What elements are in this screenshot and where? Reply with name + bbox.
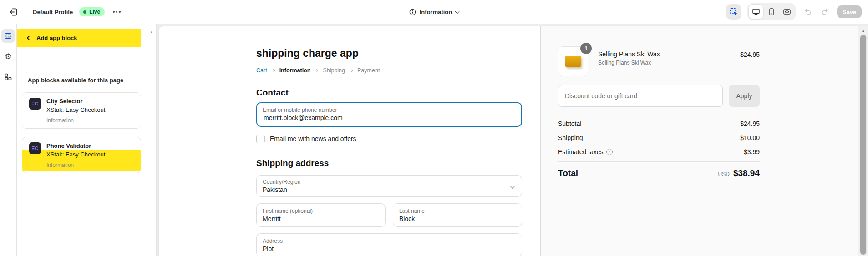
breadcrumb: Cart Information Shipping Payment <box>256 67 522 74</box>
product-image <box>565 56 581 67</box>
gear-icon: ⚙ <box>5 53 11 60</box>
country-value: Pakistan <box>263 186 516 194</box>
profile-name: Default Profile <box>33 9 73 15</box>
last-name-field[interactable]: Last name Block <box>393 203 522 227</box>
editor-canvas: shipping charge app Cart Information Shi… <box>157 24 868 256</box>
text-cursor <box>263 115 263 121</box>
breadcrumb-separator-icon <box>350 69 353 72</box>
preview-scrollbar[interactable]: ▲ <box>858 26 868 256</box>
app-block-icon: ΞC <box>29 142 41 154</box>
scrollbar-thumb[interactable] <box>860 35 867 255</box>
email-field[interactable]: Email or mobile phone number merritt.blo… <box>256 102 522 127</box>
top-bar: Default Profile Live Information <box>0 0 868 24</box>
quantity-badge: 1 <box>580 43 592 54</box>
order-summary: 1 Selling Plans Ski Wax Selling Plans Sk… <box>540 26 858 256</box>
contact-heading: Contact <box>256 87 522 98</box>
row-label: Subtotal <box>558 120 581 127</box>
address-field[interactable]: Address Plot <box>256 233 522 256</box>
live-dot-icon <box>83 10 86 14</box>
app-block-icon: ΞC <box>29 98 41 110</box>
row-value: $3.99 <box>744 148 760 156</box>
breadcrumb-payment: Payment <box>357 67 380 74</box>
inspector-cursor-icon <box>730 8 738 16</box>
row-value: $10.00 <box>740 134 760 141</box>
checkout-preview: shipping charge app Cart Information Shi… <box>159 26 868 256</box>
newsletter-label: Email me with news and offers <box>270 135 356 142</box>
product-name: Selling Plans Ski Wax <box>598 50 660 58</box>
rail-item-apps[interactable] <box>1 70 15 84</box>
scrollbar-up-icon[interactable]: ▲ <box>862 26 865 35</box>
breadcrumb-separator-icon <box>272 69 275 72</box>
rail-item-sections[interactable] <box>1 29 15 43</box>
discount-input[interactable] <box>558 85 723 107</box>
sections-icon <box>4 32 12 40</box>
email-value: merritt.block@example.com <box>264 114 343 121</box>
app-block-vendor: XStak: Easy Checkout <box>46 150 105 159</box>
address-label: Address <box>263 238 516 245</box>
segment-mobile[interactable] <box>764 5 779 19</box>
live-badge: Live <box>79 7 105 16</box>
redo-icon <box>821 7 830 16</box>
undo-button[interactable] <box>802 6 813 18</box>
country-select[interactable]: Country/Region Pakistan <box>256 175 522 197</box>
redo-button[interactable] <box>819 6 831 18</box>
app-block-card-phone-validator[interactable]: ΞC Phone Validator XStak: Easy Checkout … <box>22 137 141 173</box>
taxes-info-icon[interactable]: ? <box>606 149 613 155</box>
checkout-main: shipping charge app Cart Information Shi… <box>159 26 540 256</box>
total-currency: USD <box>718 171 730 177</box>
viewport-segmented-control <box>747 3 796 20</box>
row-label: Shipping <box>558 134 583 141</box>
total-label: Total <box>558 168 578 178</box>
page-selector-label: Information <box>420 9 452 15</box>
summary-row-subtotal: Subtotal $24.95 <box>558 116 760 131</box>
page-selector-dropdown[interactable]: Information <box>406 6 463 18</box>
line-item: 1 Selling Plans Ski Wax Selling Plans Sk… <box>558 46 760 76</box>
inspect-mode-button[interactable] <box>726 4 741 20</box>
exit-icon <box>9 7 18 17</box>
first-name-label: First name (optional) <box>263 208 379 215</box>
product-thumbnail: 1 <box>558 46 588 76</box>
row-label: Estimated taxes <box>558 148 604 156</box>
segment-fullwidth[interactable] <box>780 5 794 19</box>
info-icon <box>409 9 416 15</box>
email-label: Email or mobile phone number <box>263 107 516 114</box>
phone-icon <box>767 8 776 16</box>
app-block-vendor: XStak: Easy Checkout <box>46 105 105 114</box>
exit-button[interactable] <box>6 5 20 19</box>
summary-row-shipping: Shipping $10.00 <box>558 131 760 145</box>
panel-scroll-up-icon[interactable]: ▲ <box>150 30 153 34</box>
apply-button[interactable]: Apply <box>729 85 760 107</box>
icon-rail: ⚙ <box>0 24 17 256</box>
sidebar-panel: Add app block ▲ App blocks available for… <box>17 24 157 256</box>
app-block-name: Phone Validator <box>46 141 105 150</box>
segment-desktop[interactable] <box>749 5 763 19</box>
first-name-field[interactable]: First name (optional) Merritt <box>256 203 386 227</box>
total-value: $38.94 <box>733 168 760 178</box>
more-button[interactable] <box>111 8 122 15</box>
sidebar-header-title: Add app block <box>36 35 77 41</box>
shipping-address-heading: Shipping address <box>256 158 522 168</box>
newsletter-checkbox[interactable] <box>256 135 265 143</box>
breadcrumb-cart[interactable]: Cart <box>256 67 267 74</box>
last-name-label: Last name <box>399 208 516 215</box>
more-dots-icon <box>113 11 115 13</box>
app-block-placement: Information <box>46 161 134 169</box>
monitor-icon <box>752 8 760 16</box>
rail-item-settings[interactable]: ⚙ <box>1 50 15 63</box>
address-value: Plot <box>263 245 516 253</box>
summary-row-taxes: Estimated taxes ? $3.99 <box>558 145 760 159</box>
app-block-card-city-selector[interactable]: ΞC City Selector XStak: Easy Checkout In… <box>22 92 141 129</box>
country-label: Country/Region <box>263 179 516 186</box>
total-row: Total USD $38.94 <box>558 168 760 178</box>
apps-icon <box>4 73 12 81</box>
chevron-left-icon <box>27 36 31 40</box>
back-button[interactable]: Add app block <box>17 29 141 47</box>
store-title: shipping charge app <box>256 47 522 60</box>
section-title: App blocks available for this page <box>28 77 123 84</box>
first-name-value: Merritt <box>263 215 379 223</box>
last-name-value: Block <box>399 215 516 223</box>
fit-width-icon <box>783 8 791 16</box>
product-price: $24.95 <box>740 51 760 58</box>
breadcrumb-shipping: Shipping <box>323 67 345 74</box>
save-button[interactable]: Save <box>837 5 862 18</box>
